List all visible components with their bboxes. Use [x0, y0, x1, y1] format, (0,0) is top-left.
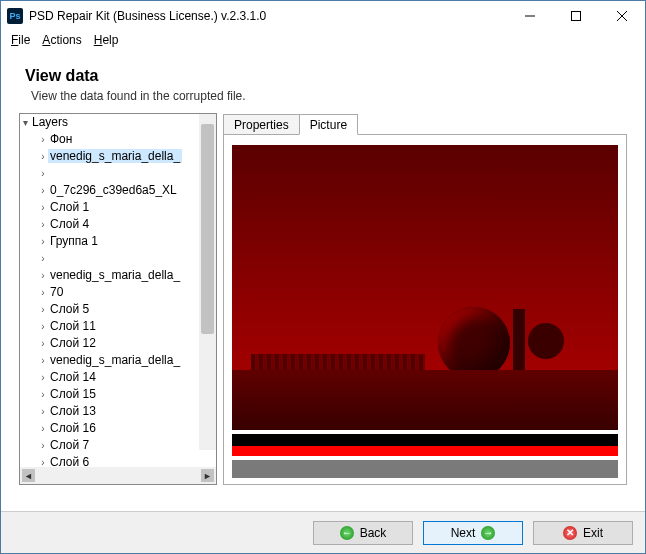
- exit-label: Exit: [583, 526, 603, 540]
- close-icon: ✕: [563, 526, 577, 540]
- tree-scrollbar-vertical[interactable]: [199, 114, 216, 450]
- tree-item[interactable]: ›Слой 1: [20, 199, 216, 216]
- tree-item[interactable]: ›venedig_s_maria_della_: [20, 148, 216, 165]
- preview-image: [232, 145, 618, 430]
- tree-item[interactable]: ›Слой 16: [20, 420, 216, 437]
- tree-item[interactable]: ›Слой 7: [20, 437, 216, 454]
- close-button[interactable]: [599, 1, 645, 31]
- tree-item[interactable]: ›Слой 4: [20, 216, 216, 233]
- back-label: Back: [360, 526, 387, 540]
- tree-root[interactable]: ▾Layers: [20, 114, 216, 131]
- tree-item[interactable]: ›70: [20, 284, 216, 301]
- scroll-right-icon[interactable]: ►: [201, 469, 214, 482]
- tree-item[interactable]: ›Слой 12: [20, 335, 216, 352]
- tree-item[interactable]: ›Слой 15: [20, 386, 216, 403]
- exit-button[interactable]: ✕ Exit: [533, 521, 633, 545]
- back-button[interactable]: ← Back: [313, 521, 413, 545]
- menu-actions[interactable]: Actions: [38, 31, 85, 49]
- tree-item[interactable]: ›Слой 13: [20, 403, 216, 420]
- maximize-button[interactable]: [553, 1, 599, 31]
- next-button[interactable]: Next →: [423, 521, 523, 545]
- tree-item[interactable]: ›Группа 1: [20, 233, 216, 250]
- preview-band-2: [232, 460, 618, 478]
- tree-item[interactable]: ›venedig_s_maria_della_: [20, 267, 216, 284]
- tab-properties[interactable]: Properties: [223, 114, 300, 135]
- minimize-button[interactable]: [507, 1, 553, 31]
- tree-item[interactable]: ›Слой 11: [20, 318, 216, 335]
- tab-picture[interactable]: Picture: [299, 114, 358, 135]
- arrow-left-icon: ←: [340, 526, 354, 540]
- svg-rect-1: [572, 12, 581, 21]
- next-label: Next: [451, 526, 476, 540]
- window-title: PSD Repair Kit (Business License.) v.2.3…: [29, 9, 266, 23]
- tree-item[interactable]: ›: [20, 250, 216, 267]
- titlebar: Ps PSD Repair Kit (Business License.) v.…: [1, 1, 645, 31]
- scroll-left-icon[interactable]: ◄: [22, 469, 35, 482]
- footer: ← Back Next → ✕ Exit: [1, 511, 645, 553]
- tree-scrollbar-horizontal[interactable]: ◄ ►: [20, 467, 216, 484]
- tree-item[interactable]: ›venedig_s_maria_della_: [20, 352, 216, 369]
- tab-panel: [223, 134, 627, 485]
- preview-band-1: [232, 434, 618, 456]
- page-subtitle: View the data found in the corrupted fil…: [31, 89, 627, 103]
- menu-help[interactable]: Help: [90, 31, 123, 49]
- tree-item[interactable]: ›0_7c296_c39ed6a5_XL: [20, 182, 216, 199]
- tree-item[interactable]: ›Слой 6: [20, 454, 216, 467]
- tree-item[interactable]: ›Слой 14: [20, 369, 216, 386]
- tree-item[interactable]: ›Слой 5: [20, 301, 216, 318]
- layers-tree[interactable]: ▾Layers›Фон›venedig_s_maria_della_››0_7c…: [19, 113, 217, 485]
- tabs: Properties Picture: [223, 113, 627, 135]
- picture-preview: [232, 145, 618, 478]
- tree-item[interactable]: ›Фон: [20, 131, 216, 148]
- arrow-right-icon: →: [481, 526, 495, 540]
- scrollbar-thumb[interactable]: [201, 124, 214, 334]
- menubar: File Actions Help: [1, 31, 645, 51]
- page-title: View data: [25, 67, 627, 85]
- app-icon: Ps: [7, 8, 23, 24]
- tree-item[interactable]: ›: [20, 165, 216, 182]
- menu-file[interactable]: File: [7, 31, 34, 49]
